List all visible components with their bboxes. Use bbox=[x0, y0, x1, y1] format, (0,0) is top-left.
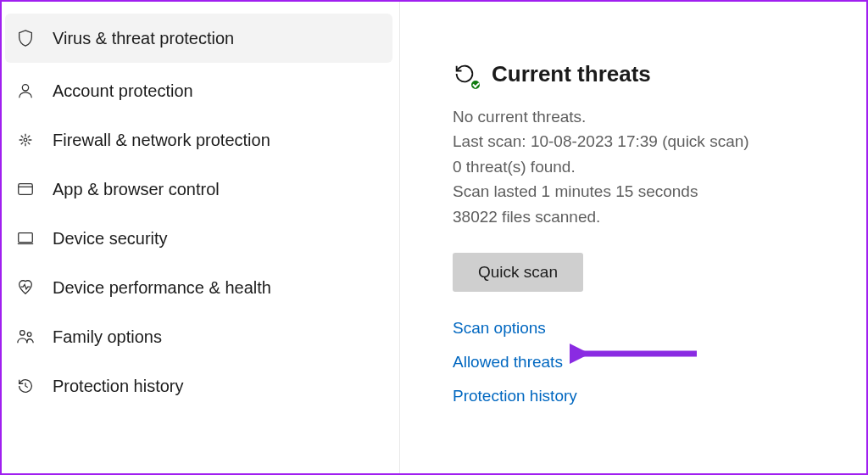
sidebar-item-label: Virus & threat protection bbox=[53, 29, 234, 48]
network-icon bbox=[15, 130, 36, 150]
threat-status-block: No current threats. Last scan: 10-08-202… bbox=[453, 104, 866, 229]
sidebar-item-firewall[interactable]: Firewall & network protection bbox=[2, 115, 399, 165]
family-icon bbox=[15, 327, 36, 347]
sidebar-item-label: Firewall & network protection bbox=[53, 131, 270, 150]
health-icon bbox=[15, 277, 36, 298]
scan-status-icon bbox=[453, 62, 478, 87]
current-threats-header: Current threats bbox=[453, 61, 866, 87]
threat-links: Scan options Allowed threats Protection … bbox=[453, 319, 866, 405]
status-line-duration: Scan lasted 1 minutes 15 seconds bbox=[453, 179, 866, 204]
scan-options-link[interactable]: Scan options bbox=[453, 319, 866, 338]
sidebar-item-account[interactable]: Account protection bbox=[2, 66, 399, 115]
sidebar-item-label: Device security bbox=[53, 229, 168, 249]
sidebar-item-device-health[interactable]: Device performance & health bbox=[2, 263, 399, 312]
sidebar-item-app-browser[interactable]: App & browser control bbox=[2, 165, 399, 214]
allowed-threats-link[interactable]: Allowed threats bbox=[453, 353, 866, 372]
sidebar-item-label: Protection history bbox=[53, 377, 184, 396]
protection-history-link[interactable]: Protection history bbox=[453, 387, 866, 405]
sidebar-item-label: App & browser control bbox=[53, 180, 220, 199]
sidebar-item-virus-threat[interactable]: Virus & threat protection bbox=[5, 14, 392, 63]
quick-scan-button[interactable]: Quick scan bbox=[453, 253, 583, 292]
status-line-no-threats: No current threats. bbox=[453, 104, 866, 129]
status-line-files-scanned: 38022 files scanned. bbox=[453, 204, 866, 229]
sidebar: Virus & threat protection Account protec… bbox=[2, 2, 400, 473]
status-line-threats-found: 0 threat(s) found. bbox=[453, 154, 866, 179]
current-threats-title: Current threats bbox=[492, 61, 651, 87]
sidebar-item-protection-history[interactable]: Protection history bbox=[2, 361, 399, 411]
sidebar-item-label: Family options bbox=[53, 327, 162, 347]
sidebar-item-label: Account protection bbox=[53, 81, 193, 101]
sidebar-item-device-security[interactable]: Device security bbox=[2, 214, 399, 263]
svg-point-6 bbox=[20, 331, 25, 336]
svg-point-1 bbox=[24, 138, 27, 142]
sidebar-item-label: Device performance & health bbox=[53, 278, 271, 298]
svg-point-0 bbox=[22, 85, 28, 91]
svg-rect-4 bbox=[19, 233, 33, 243]
sidebar-item-family[interactable]: Family options bbox=[2, 312, 399, 361]
svg-point-7 bbox=[27, 332, 31, 337]
svg-rect-2 bbox=[19, 184, 33, 195]
history-icon bbox=[15, 376, 36, 396]
account-icon bbox=[15, 81, 36, 101]
status-line-last-scan: Last scan: 10-08-2023 17:39 (quick scan) bbox=[453, 129, 866, 154]
device-icon bbox=[15, 228, 36, 249]
content-panel: Current threats No current threats. Last… bbox=[400, 2, 866, 473]
browser-icon bbox=[15, 179, 36, 199]
shield-icon bbox=[15, 28, 36, 48]
